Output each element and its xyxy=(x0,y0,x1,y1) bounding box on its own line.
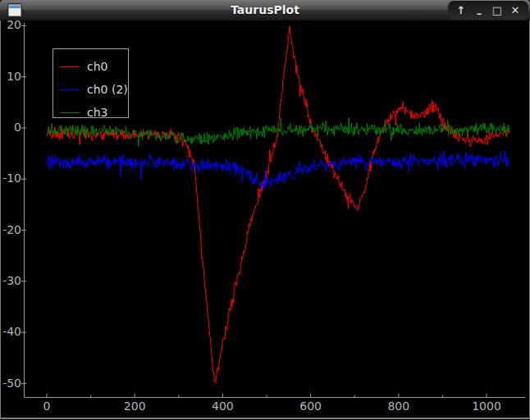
x-tick-label: 400 xyxy=(198,400,247,413)
titlebar-button-cluster: ↑–□✕ xyxy=(448,1,528,20)
y-tick-label: 10 xyxy=(0,71,21,83)
keep-above-button[interactable]: ↑ xyxy=(453,2,469,19)
y-tick-label: -30 xyxy=(0,275,21,287)
close-button[interactable]: ✕ xyxy=(507,2,523,19)
y-tick-label: 0 xyxy=(0,121,21,134)
close-icon: ✕ xyxy=(511,4,520,16)
legend-label: ch0 (2) xyxy=(87,83,128,96)
legend-line-sample xyxy=(60,89,80,90)
maximize-button[interactable]: □ xyxy=(489,2,505,19)
keep-above-icon: ↑ xyxy=(457,4,466,16)
legend-line-sample xyxy=(60,112,80,113)
plot-area[interactable]: ch0ch0 (2)ch3 0200400600800100020100-10-… xyxy=(0,21,530,420)
legend-item[interactable]: ch3 xyxy=(53,101,128,124)
x-tick-label: 600 xyxy=(286,400,336,413)
titlebar[interactable]: TaurusPlot ↑–□✕ xyxy=(0,0,530,21)
x-tick-label: 0 xyxy=(22,400,71,413)
x-tick-label: 1000 xyxy=(462,400,511,413)
minimize-button[interactable]: – xyxy=(471,2,487,19)
curve-ch0-2- xyxy=(47,151,509,189)
y-tick-label: -50 xyxy=(0,377,21,390)
y-tick-label: -20 xyxy=(0,224,21,236)
window-icon-titlestrip xyxy=(9,5,21,8)
taurusplot-window: TaurusPlot ↑–□✕ ch0ch0 (2)ch3 0200400600… xyxy=(0,0,530,420)
legend-item[interactable]: ch0 xyxy=(53,55,128,78)
x-tick-label: 800 xyxy=(374,400,423,413)
y-tick-label: -10 xyxy=(0,172,21,185)
legend-box[interactable]: ch0ch0 (2)ch3 xyxy=(53,48,129,118)
window-menu-icon[interactable] xyxy=(7,3,22,17)
legend-label: ch0 xyxy=(87,60,107,73)
legend-label: ch3 xyxy=(87,106,107,119)
legend-item[interactable]: ch0 (2) xyxy=(53,78,128,101)
y-tick-label: -40 xyxy=(0,326,21,338)
y-tick-label: 20 xyxy=(0,19,21,31)
legend-line-sample xyxy=(60,66,80,67)
minimize-icon: – xyxy=(477,7,482,20)
maximize-icon: □ xyxy=(492,4,502,16)
x-tick-label: 200 xyxy=(110,400,159,413)
